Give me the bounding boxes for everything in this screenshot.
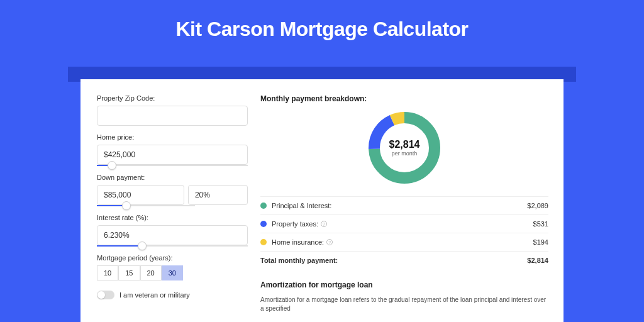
price-label: Home price: xyxy=(97,133,248,141)
price-slider[interactable] xyxy=(97,165,248,166)
down-slider[interactable] xyxy=(97,205,195,206)
field-mortgage-period: Mortgage period (years): 10 15 20 30 xyxy=(97,254,248,280)
period-options: 10 15 20 30 xyxy=(97,265,248,280)
dot-icon xyxy=(260,203,267,209)
dot-icon xyxy=(260,239,267,245)
legend-label: Total monthly payment: xyxy=(260,257,527,264)
period-30[interactable]: 30 xyxy=(162,265,183,280)
amortization-title: Amortization for mortgage loan xyxy=(260,280,548,289)
down-percent-input[interactable] xyxy=(188,185,248,205)
veteran-toggle-knob xyxy=(97,291,105,299)
legend-taxes: Property taxes: ? $531 xyxy=(260,214,548,233)
donut-amount: $2,814 xyxy=(389,139,420,150)
legend-insurance: Home insurance: ? $194 xyxy=(260,233,548,251)
donut-sub: per month xyxy=(389,150,420,157)
rate-slider[interactable] xyxy=(97,245,248,247)
price-input[interactable] xyxy=(97,145,248,165)
legend-value: $2,089 xyxy=(527,202,548,209)
legend-value: $2,814 xyxy=(527,257,548,264)
down-amount-input[interactable] xyxy=(97,185,184,205)
rate-label: Interest rate (%): xyxy=(97,214,248,221)
legend-value: $531 xyxy=(533,220,548,228)
calculator-card: Property Zip Code: Home price: Down paym… xyxy=(80,79,564,322)
donut-chart: $2,814 per month xyxy=(366,109,443,186)
legend-label: Principal & Interest: xyxy=(272,202,527,209)
rate-input[interactable] xyxy=(97,225,248,245)
legend-value: $194 xyxy=(533,238,548,246)
zip-label: Property Zip Code: xyxy=(97,94,248,102)
down-label: Down payment: xyxy=(97,174,248,181)
legend-total: Total monthly payment: $2,814 xyxy=(260,251,548,269)
legend-label: Home insurance: ? xyxy=(272,238,533,246)
period-label: Mortgage period (years): xyxy=(97,254,248,262)
dot-icon xyxy=(260,221,267,227)
period-10[interactable]: 10 xyxy=(97,265,118,280)
amortization-text: Amortization for a mortgage loan refers … xyxy=(260,296,548,313)
field-interest-rate: Interest rate (%): xyxy=(97,214,248,247)
field-home-price: Home price: xyxy=(97,133,248,166)
zip-input[interactable] xyxy=(97,106,248,126)
veteran-toggle[interactable] xyxy=(97,291,114,299)
page-title: Kit Carson Mortgage Calculator xyxy=(0,0,644,52)
inputs-column: Property Zip Code: Home price: Down paym… xyxy=(97,94,248,313)
field-down-payment: Down payment: xyxy=(97,174,248,206)
price-slider-thumb[interactable] xyxy=(108,161,116,170)
period-20[interactable]: 20 xyxy=(140,265,162,280)
breakdown-title: Monthly payment breakdown: xyxy=(260,94,548,103)
veteran-row: I am veteran or military xyxy=(97,291,248,299)
rate-slider-thumb[interactable] xyxy=(138,242,147,250)
info-icon[interactable]: ? xyxy=(321,221,327,227)
legend-principal: Principal & Interest: $2,089 xyxy=(260,197,548,214)
period-15[interactable]: 15 xyxy=(118,265,140,280)
donut-chart-wrap: $2,814 per month xyxy=(260,109,548,186)
breakdown-column: Monthly payment breakdown: $2,814 per mo… xyxy=(260,94,548,313)
info-icon[interactable]: ? xyxy=(326,239,333,245)
veteran-label: I am veteran or military xyxy=(119,291,190,299)
donut-center: $2,814 per month xyxy=(389,139,420,157)
field-zip: Property Zip Code: xyxy=(97,94,248,126)
down-slider-thumb[interactable] xyxy=(122,201,131,210)
legend-label: Property taxes: ? xyxy=(272,220,533,228)
